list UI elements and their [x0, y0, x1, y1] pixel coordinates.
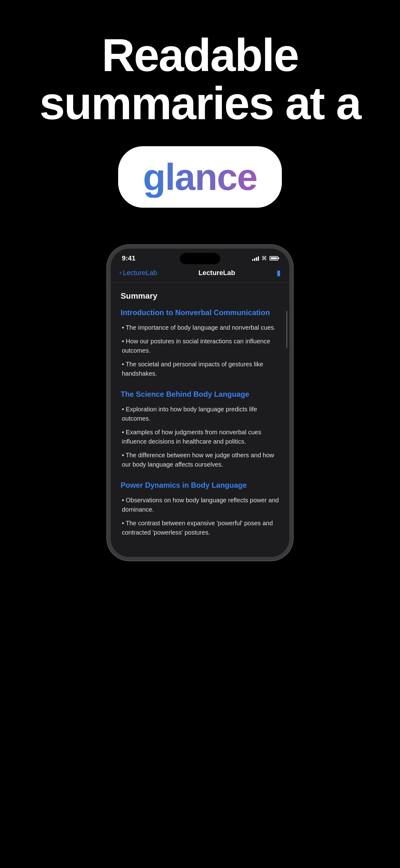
- section-2-bullet-2: • Examples of how judgments from nonverb…: [121, 428, 279, 446]
- summary-label: Summary: [121, 291, 279, 301]
- status-time: 9:41: [122, 254, 135, 262]
- wifi-icon: ⌘: [261, 255, 267, 262]
- battery-icon: [269, 256, 278, 260]
- phone-mockup: 9:41 ⌘ ‹ LectureLab LectureLab: [107, 245, 293, 561]
- section-3: Power Dynamics in Body Language • Observ…: [121, 480, 279, 537]
- section-3-bullet-2: • The contrast between expansive 'powerf…: [121, 519, 279, 537]
- section-2-bullet-3: • The difference between how we judge ot…: [121, 451, 279, 469]
- section-2: The Science Behind Body Language • Explo…: [121, 389, 279, 469]
- nav-back-button[interactable]: ‹ LectureLab: [120, 269, 157, 277]
- dynamic-island: [180, 253, 220, 264]
- section-2-bullet-1: • Exploration into how body language pre…: [121, 404, 279, 423]
- status-bar: 9:41 ⌘: [111, 249, 289, 266]
- hero-title: Readable summaries at a: [19, 31, 381, 128]
- nav-title: LectureLab: [198, 269, 235, 277]
- signal-icon: [252, 256, 259, 261]
- section-2-title: The Science Behind Body Language: [121, 389, 279, 399]
- chevron-left-icon: ‹: [120, 269, 122, 277]
- content-area: Summary Introduction to Nonverbal Commun…: [111, 282, 289, 557]
- section-1: Introduction to Nonverbal Communication …: [121, 308, 279, 378]
- nav-bar: ‹ LectureLab LectureLab ▮: [111, 266, 289, 282]
- section-1-bullet-2: • How our postures in social interaction…: [121, 337, 279, 355]
- section-1-bullet-3: • The societal and personal impacts of g…: [121, 360, 279, 378]
- hero-title-line2: summaries at a: [39, 78, 361, 129]
- section-3-title: Power Dynamics in Body Language: [121, 480, 279, 490]
- phone-wrapper: 9:41 ⌘ ‹ LectureLab LectureLab: [0, 226, 400, 586]
- scrollbar[interactable]: [286, 311, 288, 348]
- glance-badge: glance: [118, 146, 282, 208]
- glance-text: glance: [143, 156, 257, 198]
- hero-title-line1: Readable: [102, 30, 298, 81]
- section-1-bullet-1: • The importance of body language and no…: [121, 323, 279, 332]
- section-1-title: Introduction to Nonverbal Communication: [121, 308, 279, 317]
- status-icons: ⌘: [252, 255, 278, 262]
- bookmark-icon[interactable]: ▮: [276, 269, 280, 277]
- nav-back-label: LectureLab: [123, 269, 157, 277]
- hero-section: Readable summaries at a glance: [0, 0, 400, 226]
- section-3-bullet-1: • Observations on how body language refl…: [121, 495, 279, 514]
